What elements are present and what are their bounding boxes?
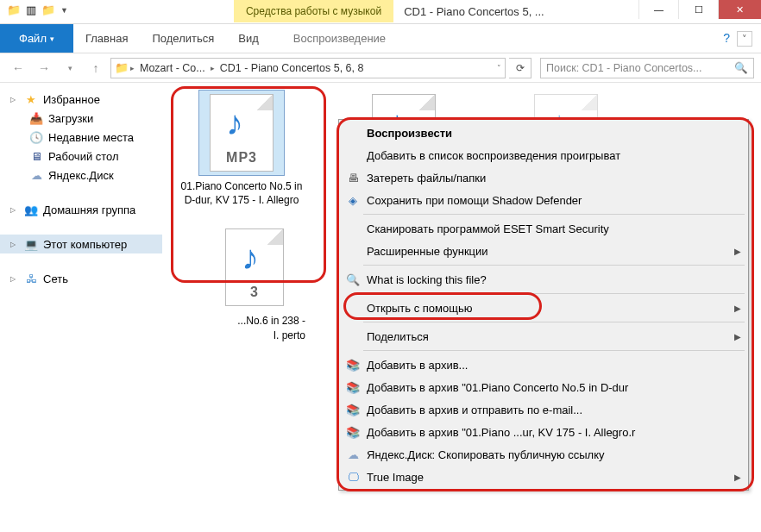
forward-button[interactable]: →: [33, 57, 55, 79]
context-menu: Воспроизвести Добавить в список воспроиз…: [338, 119, 749, 491]
tab-view[interactable]: Вид: [226, 24, 271, 53]
ctx-add-archive-named2[interactable]: 📚Добавить в архив "01.Piano ...ur, KV 17…: [341, 421, 746, 443]
file-name: ...No.6 in 238 - I. perto: [178, 314, 305, 341]
sidebar-label: Яндекс.Диск: [48, 169, 114, 182]
menu-separator: [363, 214, 745, 215]
ctx-true-image[interactable]: 🖵True Image▶: [341, 466, 746, 488]
window-title: CD1 - Piano Concertos 5, ...: [393, 0, 638, 18]
sidebar-item-recent[interactable]: 🕓 Недавние места: [0, 128, 162, 147]
ctx-add-to-playlist[interactable]: Добавить в список воспроизведения проигр…: [341, 144, 746, 166]
ctx-add-archive[interactable]: 📚Добавить в архив...: [341, 354, 746, 376]
ctx-wipe[interactable]: 🖶Затереть файлы/папки: [341, 166, 746, 189]
sidebar: ▷ ★ Избранное 📥 Загрузки 🕓 Недавние мест…: [0, 83, 162, 532]
ctx-label: Добавить в архив...: [367, 359, 468, 372]
sidebar-label: Этот компьютер: [43, 238, 127, 251]
sidebar-label: Избранное: [43, 93, 100, 106]
ctx-yandex-copy-link[interactable]: ☁Яндекс.Диск: Скопировать публичную ссыл…: [341, 443, 746, 466]
ctx-eset-scan[interactable]: Сканировать программой ESET Smart Securi…: [341, 217, 746, 240]
qat-chevron-icon[interactable]: ▼: [60, 6, 68, 15]
homegroup-icon: 👥: [24, 203, 38, 216]
search-icon: 🔍: [734, 61, 748, 74]
address-box[interactable]: 📁 ▸ Mozart - Co... ▸ CD1 - Piano Concert…: [110, 58, 506, 78]
ctx-open-with[interactable]: Открыть с помощью▶: [341, 297, 746, 319]
contextual-tab-label: Средства работы с музыкой: [234, 0, 393, 22]
rar-icon: 📚: [344, 357, 362, 372]
close-button[interactable]: ✕: [718, 0, 761, 19]
file-tab-label: Файл: [19, 32, 47, 45]
ctx-label: Сканировать программой ESET Smart Securi…: [367, 222, 609, 235]
yandex-disk-icon: ☁: [29, 168, 43, 182]
ctx-label: Воспроизвести: [367, 127, 452, 140]
minimize-button[interactable]: —: [638, 0, 678, 19]
menu-separator: [363, 293, 745, 294]
search-box[interactable]: Поиск: CD1 - Piano Concertos... 🔍: [540, 58, 754, 78]
ctx-label: Добавить в архив и отправить по e-mail..…: [367, 404, 582, 416]
tab-share[interactable]: Поделиться: [140, 24, 226, 53]
file-tab-chevron-icon: ▾: [50, 34, 54, 43]
search-placeholder: Поиск: CD1 - Piano Concertos...: [546, 62, 702, 74]
collapse-icon: ▷: [10, 96, 19, 103]
ctx-label: True Image: [367, 471, 424, 484]
rar-icon: 📚: [344, 402, 362, 417]
help-icon[interactable]: ?: [723, 31, 730, 45]
tab-home[interactable]: Главная: [73, 24, 140, 53]
star-icon: ★: [24, 92, 38, 106]
collapse-icon: ▷: [10, 206, 19, 214]
file-tab[interactable]: Файл ▾: [0, 24, 73, 53]
file-view[interactable]: ♪MP3 01.Piano Concerto No.5 in D-dur, KV…: [162, 83, 761, 532]
submenu-arrow-icon: ▶: [734, 247, 741, 256]
crumb-sep-icon: ▸: [209, 64, 217, 72]
quick-access-toolbar: 📁 ▥ 📁 ▼: [0, 0, 72, 16]
new-folder-icon[interactable]: 📁: [41, 3, 55, 16]
ctx-archive-email[interactable]: 📚Добавить в архив и отправить по e-mail.…: [341, 398, 746, 421]
up-button[interactable]: ↑: [85, 57, 107, 79]
breadcrumb[interactable]: Mozart - Co...: [136, 62, 209, 74]
history-chevron-icon[interactable]: ▾: [59, 57, 81, 79]
sidebar-label: Рабочий стол: [48, 150, 119, 163]
file-name: 01.Piano Concerto No.5 in D-dur, KV 175 …: [178, 179, 305, 207]
ctx-play[interactable]: Воспроизвести: [341, 122, 746, 144]
collapse-icon: ▷: [10, 275, 19, 283]
address-bar: ← → ▾ ↑ 📁 ▸ Mozart - Co... ▸ CD1 - Piano…: [0, 53, 761, 83]
ctx-label: Добавить в список воспроизведения проигр…: [367, 149, 620, 162]
maximize-button[interactable]: ☐: [678, 0, 718, 19]
sidebar-homegroup[interactable]: ▷ 👥 Домашняя группа: [0, 200, 162, 219]
ctx-advanced[interactable]: Расширенные функции▶: [341, 240, 746, 262]
address-chevron-icon[interactable]: ˅: [497, 64, 501, 72]
rar-icon: 📚: [344, 424, 362, 440]
desktop-icon: 🖥: [29, 149, 43, 163]
ctx-shadow-defender[interactable]: ◈Сохранить при помощи Shadow Defender: [341, 189, 746, 211]
file-thumbnail: ♪3: [198, 224, 285, 310]
back-button[interactable]: ←: [7, 57, 29, 79]
menu-separator: [363, 350, 745, 351]
ctx-share[interactable]: Поделиться▶: [341, 325, 746, 347]
tab-playback[interactable]: Воспроизведение: [281, 24, 398, 53]
sidebar-favorites[interactable]: ▷ ★ Избранное: [0, 90, 162, 109]
title-bar: 📁 ▥ 📁 ▼ Средства работы с музыкой CD1 - …: [0, 0, 761, 24]
collapse-icon: ▷: [10, 241, 19, 248]
sidebar-network[interactable]: ▷ 🖧 Сеть: [0, 269, 162, 288]
network-icon: 🖧: [24, 272, 38, 285]
file-item[interactable]: ♪3 ...No.6 in 238 - I. perto: [178, 224, 305, 356]
crumb-sep-icon: ▸: [129, 64, 136, 72]
shredder-icon: 🖶: [344, 170, 362, 185]
ctx-label: Добавить в архив "01.Piano ...ur, KV 175…: [367, 426, 635, 439]
mp3-icon: ♪3: [225, 228, 284, 306]
ctx-label: Открыть с помощью: [367, 302, 472, 315]
properties-icon[interactable]: ▥: [26, 3, 36, 16]
ctx-add-archive-named[interactable]: 📚Добавить в архив "01.Piano Concerto No.…: [341, 376, 746, 398]
sidebar-this-pc[interactable]: ▷ 💻 Этот компьютер: [0, 235, 162, 253]
refresh-button[interactable]: ⟳: [509, 58, 531, 78]
window-controls: — ☐ ✕: [638, 0, 761, 19]
ribbon: Файл ▾ Главная Поделиться Вид Воспроизве…: [0, 24, 761, 53]
submenu-arrow-icon: ▶: [734, 473, 741, 482]
explorer-icon[interactable]: 📁: [7, 3, 21, 16]
ribbon-toggle-button[interactable]: ˅: [737, 31, 752, 47]
file-item[interactable]: ♪MP3 01.Piano Concerto No.5 in D-dur, KV…: [178, 90, 305, 207]
breadcrumb[interactable]: CD1 - Piano Concertos 5, 6, 8: [217, 62, 368, 74]
file-thumbnail: ♪MP3: [198, 90, 285, 176]
sidebar-item-downloads[interactable]: 📥 Загрузки: [0, 109, 162, 128]
sidebar-item-yandex-disk[interactable]: ☁ Яндекс.Диск: [0, 166, 162, 185]
ctx-what-locking[interactable]: 🔍What is locking this file?: [341, 268, 746, 291]
sidebar-item-desktop[interactable]: 🖥 Рабочий стол: [0, 147, 162, 166]
